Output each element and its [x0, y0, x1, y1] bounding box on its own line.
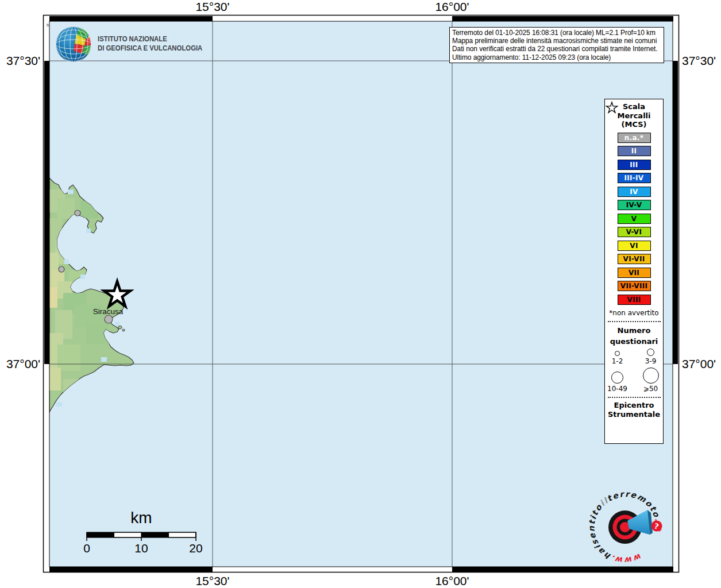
village-marker — [75, 210, 80, 216]
legend-item-vii-viii: VII-VIII — [618, 281, 651, 291]
event-info-box: Terremoto del 01-10-2025 16:08:31 (ora l… — [449, 27, 664, 63]
ingv-line2: DI GEOFISICA E VULCANOLOGIA — [98, 44, 202, 53]
legend-title: Scala Mercalli (MCS) — [617, 102, 650, 129]
city-label-siracusa: Siracusa — [93, 307, 124, 316]
legend-item-iii-iv: III-IV — [618, 173, 651, 183]
scalebar-tick-0: 0 — [83, 541, 90, 555]
lon-label-top-left: 15°30' — [195, 0, 229, 14]
size-key-50plus: ⩾50 — [639, 368, 662, 393]
legend-item-iv: IV — [618, 187, 651, 197]
legend-item-iii: III — [618, 160, 651, 170]
legend-item-v: V — [618, 214, 651, 224]
size-key-10-49: 10-49 — [606, 372, 629, 393]
legend-item-vi-vii: VI-VII — [618, 254, 651, 264]
scalebar-unit: km — [130, 509, 152, 527]
legend-intensity-scale: n.a.* II III III-IV IV IV-V V V-VI VI VI… — [618, 133, 651, 308]
sea-area — [49, 21, 673, 567]
legend-item-v-vi: V-VI — [618, 227, 651, 237]
legend-item-vi: VI — [618, 241, 651, 251]
size-circle-icon — [611, 372, 623, 384]
lon-label-bottom-left: 15°30' — [195, 574, 229, 588]
ingv-line1: ISTITUTO NAZIONALE — [98, 34, 202, 44]
siracusa-marker — [105, 315, 113, 323]
questionnaire-size-key: 1-2 3-9 10-49 ⩾50 — [606, 349, 662, 393]
legend-divider — [608, 397, 661, 398]
lon-label-bottom-right: 16°00' — [435, 574, 469, 588]
legend-item-na: n.a.* — [618, 133, 651, 143]
lat-label-right-bottom: 37°00' — [682, 357, 716, 371]
intensity-map-page: www.haisentitoilterremoto.it ? — [0, 0, 721, 588]
legend-item-vii: VII — [618, 268, 651, 278]
map-interior: www.haisentitoilterremoto.it ? — [49, 21, 673, 567]
legend-divider — [608, 321, 661, 322]
event-info-line1: Terremoto del 01-10-2025 16:08:31 (ora l… — [452, 29, 661, 37]
scalebar-tick-20: 20 — [189, 541, 202, 555]
lat-label-left-top: 37°30' — [0, 54, 40, 68]
size-key-1-2: 1-2 — [606, 351, 629, 365]
legend-item-iv-v: IV-V — [618, 200, 651, 210]
size-key-3-9: 3-9 — [639, 349, 662, 365]
lon-label-top-right: 16°00' — [435, 0, 469, 14]
event-info-line3: Dati non verificati estratti da 22 quest… — [452, 45, 661, 53]
lat-label-left-bottom: 37°00' — [0, 357, 40, 371]
ingv-wordmark: ISTITUTO NAZIONALE DI GEOFISICA E VULCAN… — [98, 34, 202, 52]
scalebar-tick-10: 10 — [134, 541, 148, 555]
legend-item-ii: II — [618, 146, 651, 156]
legend-panel: Scala Mercalli (MCS) n.a.* II III III-IV… — [604, 99, 664, 444]
corner-mark: b — [47, 22, 49, 28]
village-marker — [59, 266, 64, 272]
epicenter-section-title: Epicentro Strumentale — [608, 401, 660, 419]
size-circle-icon — [615, 351, 620, 356]
size-circle-icon — [647, 349, 654, 356]
event-info-line4: Ultimo aggiornamento: 11-12-2025 09:23 (… — [452, 53, 661, 61]
event-info-line2: Mappa preliminare delle intensità macros… — [452, 37, 661, 45]
legend-item-viii: VIII — [618, 295, 651, 305]
legend-footnote: *non avvertito — [609, 309, 658, 317]
lat-label-right-top: 37°30' — [682, 54, 716, 68]
size-circle-icon — [643, 368, 659, 384]
epicenter-star-key-icon — [605, 100, 619, 114]
questionnaire-section-title: Numero questionari — [610, 325, 658, 347]
